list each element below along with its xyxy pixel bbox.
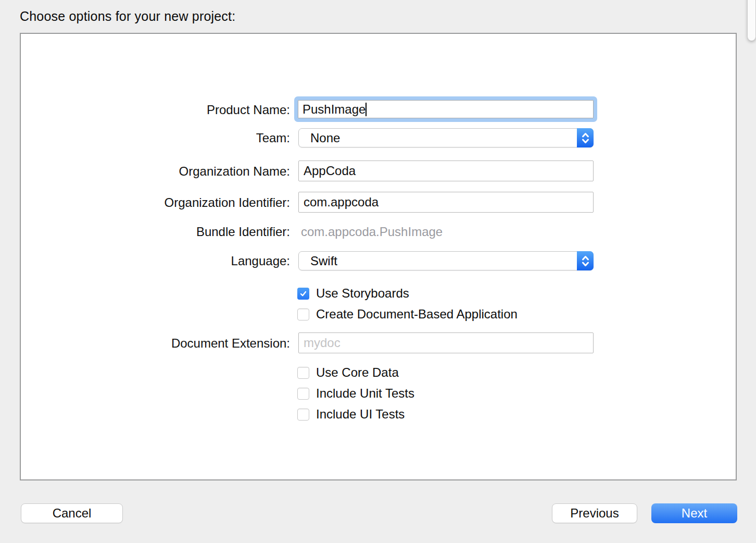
include-ui-tests-row: Include UI Tests	[297, 408, 405, 421]
use-core-data-row: Use Core Data	[297, 366, 399, 379]
up-down-chevrons-icon	[577, 251, 594, 270]
create-document-based-checkbox[interactable]	[297, 308, 309, 320]
include-unit-tests-checkbox[interactable]	[297, 388, 309, 400]
team-label: Team:	[0, 130, 290, 146]
include-unit-tests-row: Include Unit Tests	[297, 387, 414, 400]
create-document-based-label: Create Document-Based Application	[316, 307, 518, 321]
use-core-data-label: Use Core Data	[316, 366, 399, 379]
use-storyboards-checkbox[interactable]	[297, 288, 309, 300]
product-name-input[interactable]	[298, 100, 594, 118]
previous-button[interactable]: Previous	[552, 503, 637, 523]
include-unit-tests-label: Include Unit Tests	[316, 387, 414, 400]
next-button[interactable]: Next	[651, 503, 737, 523]
organization-name-label: Organization Name:	[0, 164, 290, 179]
language-selected-value: Swift	[299, 254, 337, 268]
language-select[interactable]: Swift	[298, 251, 594, 270]
use-storyboards-row: Use Storyboards	[297, 287, 409, 300]
product-name-label: Product Name:	[0, 102, 290, 118]
include-ui-tests-checkbox[interactable]	[297, 409, 309, 421]
use-storyboards-label: Use Storyboards	[316, 287, 409, 300]
document-extension-input[interactable]	[298, 332, 594, 353]
bundle-identifier-label: Bundle Identifier:	[0, 224, 290, 240]
organization-identifier-label: Organization Identifier:	[0, 195, 290, 211]
use-core-data-checkbox[interactable]	[297, 367, 309, 379]
organization-name-input[interactable]	[298, 161, 594, 181]
include-ui-tests-label: Include UI Tests	[316, 408, 405, 421]
language-label: Language:	[0, 253, 290, 269]
organization-identifier-input[interactable]	[298, 192, 594, 213]
up-down-chevrons-icon	[577, 128, 594, 147]
text-caret	[366, 103, 367, 116]
team-select[interactable]: None	[298, 128, 594, 147]
bundle-identifier-value: com.appcoda.PushImage	[301, 224, 443, 240]
product-name-focus-ring	[294, 96, 597, 122]
create-document-based-row: Create Document-Based Application	[297, 307, 518, 321]
checkmark-icon	[299, 290, 307, 298]
page-title: Choose options for your new project:	[20, 9, 235, 24]
document-extension-label: Document Extension:	[0, 336, 290, 351]
cancel-button[interactable]: Cancel	[21, 503, 123, 523]
team-selected-value: None	[299, 131, 340, 145]
vertical-scrollbar-thumb[interactable]	[748, 0, 755, 41]
